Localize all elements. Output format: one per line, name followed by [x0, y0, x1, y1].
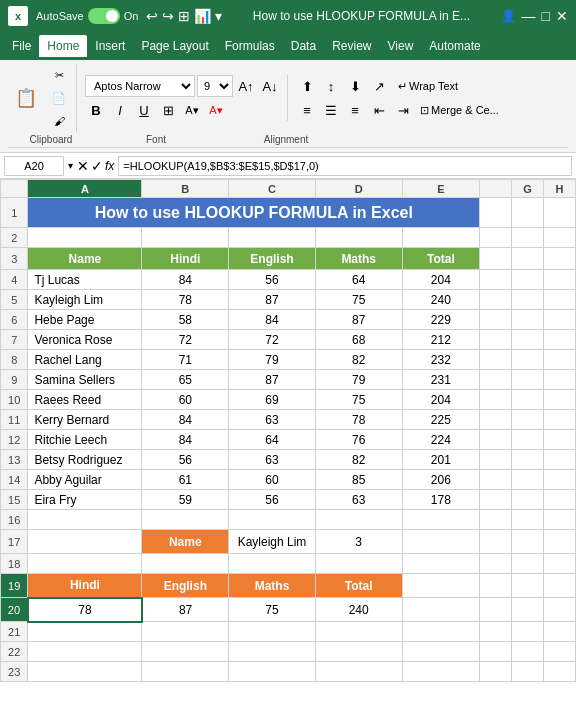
col-header-c[interactable]: C: [229, 180, 316, 198]
cell-g11[interactable]: [512, 410, 544, 430]
cell-c12[interactable]: 64: [229, 430, 316, 450]
cell-a7[interactable]: Veronica Rose: [28, 330, 142, 350]
cell-b11[interactable]: 84: [142, 410, 229, 430]
cell-e13[interactable]: 201: [402, 450, 480, 470]
cell-g3[interactable]: [512, 248, 544, 270]
cell-e7[interactable]: 212: [402, 330, 480, 350]
cell-d4[interactable]: 64: [315, 270, 402, 290]
cell-f14[interactable]: [480, 470, 512, 490]
cell-c21[interactable]: [229, 622, 316, 642]
cell-d12[interactable]: 76: [315, 430, 402, 450]
cell-a13[interactable]: Betsy Rodriguez: [28, 450, 142, 470]
confirm-formula-icon[interactable]: ✓: [91, 158, 103, 174]
cell-e9[interactable]: 231: [402, 370, 480, 390]
cell-d11[interactable]: 78: [315, 410, 402, 430]
cell-c23[interactable]: [229, 662, 316, 682]
cell-e22[interactable]: [402, 642, 480, 662]
minimize-icon[interactable]: —: [522, 8, 536, 24]
col-header-a[interactable]: A: [28, 180, 142, 198]
cell-d13[interactable]: 82: [315, 450, 402, 470]
cell-a12[interactable]: Ritchie Leech: [28, 430, 142, 450]
cell-g9[interactable]: [512, 370, 544, 390]
cell-d20[interactable]: 240: [315, 598, 402, 622]
cell-b14[interactable]: 61: [142, 470, 229, 490]
cell-h11[interactable]: [544, 410, 576, 430]
cell-h23[interactable]: [544, 662, 576, 682]
cell-b16[interactable]: [142, 510, 229, 530]
cell-a23[interactable]: [28, 662, 142, 682]
cell-f10[interactable]: [480, 390, 512, 410]
cell-g13[interactable]: [512, 450, 544, 470]
italic-button[interactable]: I: [109, 99, 131, 121]
cell-a20-selected[interactable]: 78: [28, 598, 142, 622]
increase-font-button[interactable]: A↑: [235, 75, 257, 97]
cell-h22[interactable]: [544, 642, 576, 662]
cell-h12[interactable]: [544, 430, 576, 450]
cell-c18[interactable]: [229, 554, 316, 574]
cell-g22[interactable]: [512, 642, 544, 662]
cell-f23[interactable]: [480, 662, 512, 682]
cell-a11[interactable]: Kerry Bernard: [28, 410, 142, 430]
cell-h5[interactable]: [544, 290, 576, 310]
cell-e16[interactable]: [402, 510, 480, 530]
cell-b9[interactable]: 65: [142, 370, 229, 390]
cell-f13[interactable]: [480, 450, 512, 470]
cell-c9[interactable]: 87: [229, 370, 316, 390]
cell-d6[interactable]: 87: [315, 310, 402, 330]
cell-h13[interactable]: [544, 450, 576, 470]
cell-h9[interactable]: [544, 370, 576, 390]
cell-c14[interactable]: 60: [229, 470, 316, 490]
cell-reference-input[interactable]: A20: [4, 156, 64, 176]
cell-a10[interactable]: Raees Reed: [28, 390, 142, 410]
cell-a5[interactable]: Kayleigh Lim: [28, 290, 142, 310]
autosave-toggle[interactable]: [88, 8, 120, 24]
cell-d7[interactable]: 68: [315, 330, 402, 350]
cell-f8[interactable]: [480, 350, 512, 370]
cell-f5[interactable]: [480, 290, 512, 310]
cell-b22[interactable]: [142, 642, 229, 662]
cell-c6[interactable]: 84: [229, 310, 316, 330]
cell-e15[interactable]: 178: [402, 490, 480, 510]
cell-h10[interactable]: [544, 390, 576, 410]
cell-c10[interactable]: 69: [229, 390, 316, 410]
cell-g18[interactable]: [512, 554, 544, 574]
cell-b6[interactable]: 58: [142, 310, 229, 330]
cell-h14[interactable]: [544, 470, 576, 490]
cell-e5[interactable]: 240: [402, 290, 480, 310]
bold-button[interactable]: B: [85, 99, 107, 121]
cancel-formula-icon[interactable]: ✕: [77, 158, 89, 174]
cell-f22[interactable]: [480, 642, 512, 662]
cell-b23[interactable]: [142, 662, 229, 682]
cell-h2[interactable]: [544, 228, 576, 248]
cell-g10[interactable]: [512, 390, 544, 410]
wrap-text-button[interactable]: ↵ Wrap Text: [392, 75, 464, 97]
cell-e11[interactable]: 225: [402, 410, 480, 430]
cell-d14[interactable]: 85: [315, 470, 402, 490]
cell-g14[interactable]: [512, 470, 544, 490]
cell-g21[interactable]: [512, 622, 544, 642]
cell-f11[interactable]: [480, 410, 512, 430]
cell-f12[interactable]: [480, 430, 512, 450]
cell-g7[interactable]: [512, 330, 544, 350]
cell-e14[interactable]: 206: [402, 470, 480, 490]
cell-h20[interactable]: [544, 598, 576, 622]
cell-f1[interactable]: [480, 198, 512, 228]
cell-f7[interactable]: [480, 330, 512, 350]
cell-a4[interactable]: Tj Lucas: [28, 270, 142, 290]
cell-a14[interactable]: Abby Aguilar: [28, 470, 142, 490]
cell-c16[interactable]: [229, 510, 316, 530]
cell-h18[interactable]: [544, 554, 576, 574]
cell-g12[interactable]: [512, 430, 544, 450]
cell-a2[interactable]: [28, 228, 142, 248]
cell-c15[interactable]: 56: [229, 490, 316, 510]
close-icon[interactable]: ✕: [556, 8, 568, 24]
cell-g17[interactable]: [512, 530, 544, 554]
cell-a6[interactable]: Hebe Page: [28, 310, 142, 330]
cell-b4[interactable]: 84: [142, 270, 229, 290]
expand-icon[interactable]: ▾: [68, 160, 73, 171]
cell-g4[interactable]: [512, 270, 544, 290]
cell-b18[interactable]: [142, 554, 229, 574]
cell-a15[interactable]: Eira Fry: [28, 490, 142, 510]
cell-c2[interactable]: [229, 228, 316, 248]
fill-color-button[interactable]: A▾: [181, 99, 203, 121]
